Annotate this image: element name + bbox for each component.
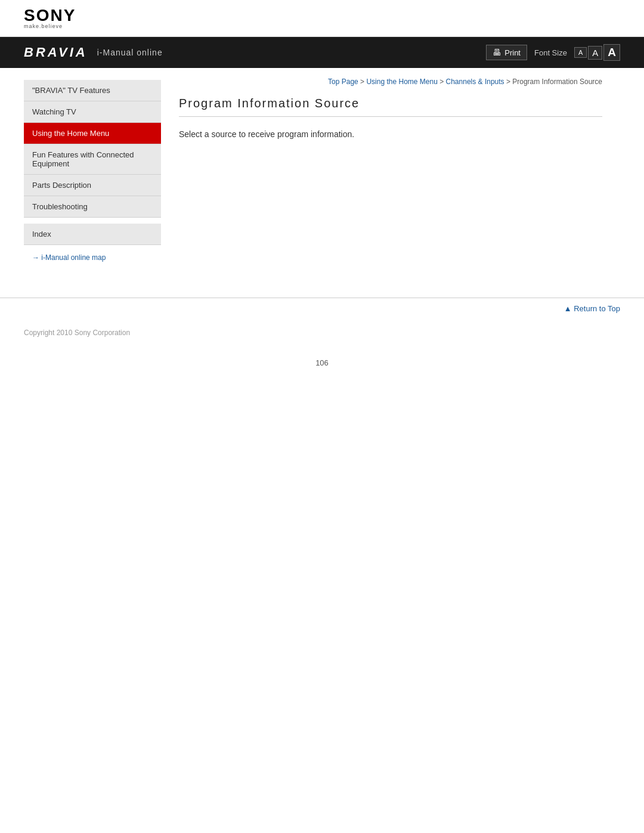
sidebar-item-parts-description[interactable]: Parts Description	[24, 175, 161, 196]
breadcrumb-sep1: >	[360, 78, 366, 86]
font-size-small-button[interactable]: A	[574, 47, 587, 58]
page-title: Program Information Source	[179, 97, 602, 117]
content-area: Top Page > Using the Home Menu > Channel…	[161, 68, 620, 262]
return-to-top-link[interactable]: Return to Top	[564, 304, 620, 313]
sidebar-item-index[interactable]: Index	[24, 224, 161, 245]
footer: Copyright 2010 Sony Corporation	[0, 319, 644, 346]
nav-right: 🖶 Print Font Size A A A	[486, 44, 620, 61]
sony-text: SONY	[24, 7, 620, 24]
sidebar-item-home-menu[interactable]: Using the Home Menu	[24, 123, 161, 144]
breadcrumb-home-menu[interactable]: Using the Home Menu	[366, 78, 437, 86]
print-button[interactable]: 🖶 Print	[486, 45, 527, 60]
return-to-top-bar: Return to Top	[0, 298, 644, 319]
font-size-large-button[interactable]: A	[603, 44, 620, 61]
font-size-label: Font Size	[534, 48, 567, 57]
sony-logo: SONY make.believe	[24, 7, 620, 29]
breadcrumb: Top Page > Using the Home Menu > Channel…	[179, 78, 602, 86]
bravia-logo: BRAVIA	[24, 45, 88, 60]
page-number: 106	[0, 346, 644, 373]
sony-tagline: make.believe	[24, 24, 620, 29]
nav-bar: BRAVIA i-Manual online 🖶 Print Font Size…	[0, 37, 644, 68]
breadcrumb-sep3: >	[506, 78, 512, 86]
sidebar-item-watching-tv[interactable]: Watching TV	[24, 101, 161, 123]
breadcrumb-sep2: >	[439, 78, 445, 86]
font-size-medium-button[interactable]: A	[588, 46, 602, 60]
nav-left: BRAVIA i-Manual online	[24, 45, 163, 60]
page-description: Select a source to receive program infor…	[179, 128, 602, 141]
sidebar-map-link[interactable]: i-Manual online map	[24, 253, 161, 262]
main-layout: "BRAVIA" TV Features Watching TV Using t…	[0, 68, 644, 262]
breadcrumb-current: Program Information Source	[512, 78, 602, 86]
sidebar-item-fun-features[interactable]: Fun Features with Connected Equipment	[24, 144, 161, 175]
breadcrumb-top-page[interactable]: Top Page	[328, 78, 358, 86]
sidebar: "BRAVIA" TV Features Watching TV Using t…	[24, 68, 161, 262]
sidebar-item-troubleshooting[interactable]: Troubleshooting	[24, 196, 161, 218]
print-icon: 🖶	[493, 48, 501, 57]
sidebar-item-bravia-features[interactable]: "BRAVIA" TV Features	[24, 80, 161, 101]
font-size-buttons: A A A	[574, 44, 620, 61]
copyright-text: Copyright 2010 Sony Corporation	[24, 329, 130, 337]
nav-title: i-Manual online	[97, 48, 163, 57]
breadcrumb-channels-inputs[interactable]: Channels & Inputs	[446, 78, 504, 86]
top-bar: SONY make.believe	[0, 0, 644, 37]
print-label: Print	[504, 48, 521, 57]
